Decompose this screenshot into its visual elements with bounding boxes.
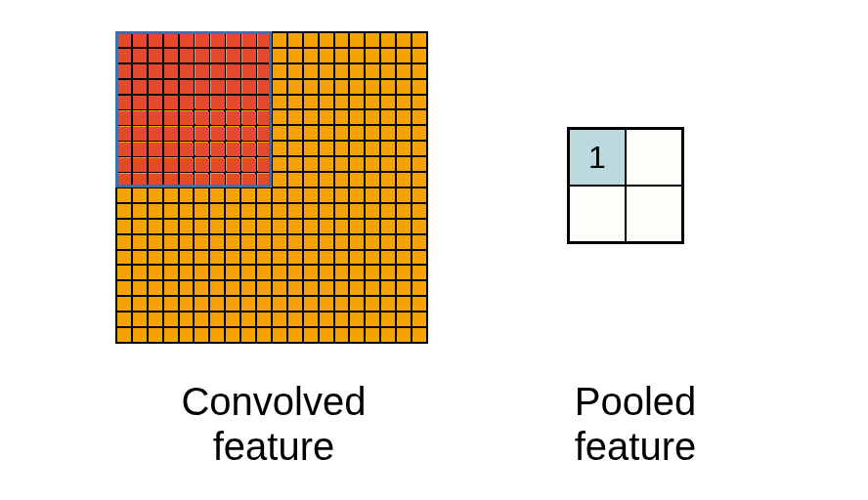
pooled-cell (626, 186, 682, 242)
convolved-cell (412, 80, 426, 94)
convolved-cell (117, 204, 131, 218)
convolved-cell (195, 235, 208, 249)
convolved-cell (320, 297, 333, 311)
pooling-region-cell (211, 158, 225, 172)
convolved-cell (117, 251, 131, 265)
convolved-cell (257, 297, 271, 311)
convolved-cell (288, 173, 302, 187)
convolved-cell (381, 251, 395, 265)
pooling-region-cell (195, 64, 209, 78)
convolved-cell (381, 110, 395, 124)
pooling-region-cell (227, 49, 240, 62)
convolved-cell (117, 188, 131, 202)
convolved-cell (210, 204, 224, 218)
convolved-cell (164, 220, 178, 233)
convolved-cell (273, 188, 286, 202)
pooling-region-cell (164, 64, 178, 78)
convolved-cell (273, 80, 286, 94)
convolved-cell (304, 142, 318, 155)
convolved-cell (320, 266, 333, 279)
pooling-region-cell (258, 96, 272, 109)
convolved-cell (133, 188, 147, 202)
convolved-cell (180, 328, 194, 342)
convolved-cell (133, 312, 147, 326)
convolved-cell (164, 281, 178, 295)
convolved-cell (180, 188, 194, 202)
convolved-cell (288, 33, 302, 47)
convolved-cell (226, 297, 239, 311)
convolved-cell (335, 328, 349, 342)
pooling-region-cell (227, 174, 240, 188)
convolved-cell (381, 126, 395, 140)
convolved-cell (335, 281, 349, 295)
convolved-cell (210, 188, 224, 202)
convolved-cell (180, 297, 194, 311)
pooling-region-cell (133, 158, 147, 172)
convolved-cell (226, 188, 239, 202)
convolved-cell (117, 312, 131, 326)
convolved-cell (366, 266, 379, 279)
convolved-cell (397, 220, 411, 233)
convolved-cell (335, 126, 349, 140)
convolved-cell (195, 297, 208, 311)
pooling-region-cell (258, 143, 272, 156)
convolved-cell (320, 328, 333, 342)
convolved-cell (117, 235, 131, 249)
convolved-cell (412, 281, 426, 295)
convolved-cell (288, 188, 302, 202)
pooling-region-cell (242, 96, 256, 109)
convolved-cell (366, 312, 379, 326)
convolved-cell (273, 142, 286, 155)
convolved-cell (397, 80, 411, 94)
pooling-region-cell (117, 111, 131, 125)
pooling-region-cell (227, 127, 240, 141)
convolved-cell (180, 281, 194, 295)
pooling-region-cell (195, 33, 209, 47)
convolved-cell (133, 281, 147, 295)
convolved-cell (241, 204, 255, 218)
pooling-region-cell (149, 143, 162, 156)
pooling-region-cell (211, 127, 225, 141)
convolved-cell (257, 204, 271, 218)
pooling-region-cell (242, 143, 256, 156)
convolved-cell (350, 204, 364, 218)
convolved-cell (320, 173, 333, 187)
pooling-region-cell (133, 143, 147, 156)
convolved-cell (335, 80, 349, 94)
pooling-region-cell (258, 158, 272, 172)
pooling-region-cell (211, 49, 225, 62)
convolved-cell (273, 235, 286, 249)
convolved-cell (133, 204, 147, 218)
pooling-region-cell (258, 127, 272, 141)
pooling-region-cell (242, 174, 256, 188)
pooling-region-cell (180, 80, 194, 94)
convolved-cell (381, 64, 395, 78)
convolved-cell (273, 251, 286, 265)
convolved-cell (412, 126, 426, 140)
pooling-region-cell (117, 33, 131, 47)
convolved-cell (210, 328, 224, 342)
convolved-cell (273, 64, 286, 78)
convolved-cell (117, 281, 131, 295)
convolved-cell (195, 328, 208, 342)
convolved-cell (412, 220, 426, 233)
convolved-cell (350, 157, 364, 171)
convolved-cell (304, 96, 318, 109)
convolved-cell (366, 204, 379, 218)
convolved-cell (273, 297, 286, 311)
convolved-cell (273, 49, 286, 62)
convolved-cell (226, 235, 239, 249)
convolved-cell (412, 64, 426, 78)
convolved-cell (195, 188, 208, 202)
convolved-cell (412, 297, 426, 311)
pooling-region-cell (195, 127, 209, 141)
convolved-cell (164, 204, 178, 218)
convolved-cell (117, 297, 131, 311)
convolved-cell (273, 328, 286, 342)
convolved-cell (241, 235, 255, 249)
convolved-cell (149, 281, 162, 295)
pooling-region-cell (258, 49, 272, 62)
convolved-cell (320, 312, 333, 326)
pooling-region-cell (149, 33, 162, 47)
convolved-cell (381, 266, 395, 279)
